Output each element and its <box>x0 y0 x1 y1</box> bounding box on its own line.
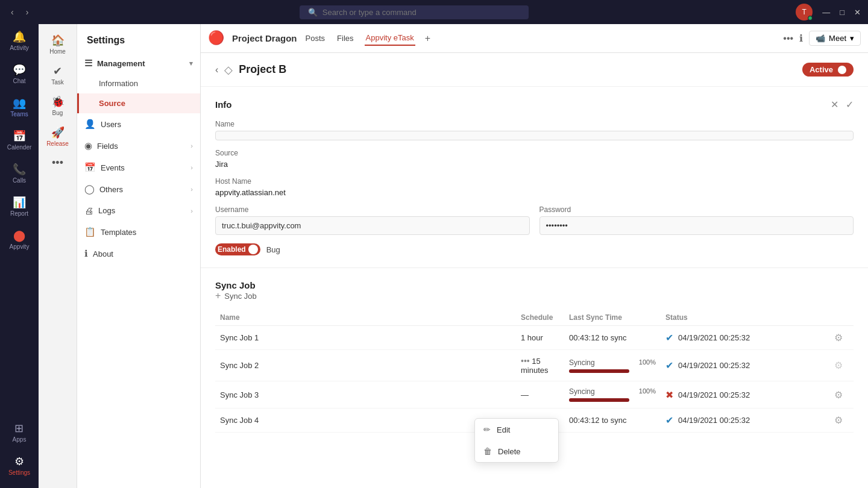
settings-logs[interactable]: 🖨 Logs › <box>77 200 200 221</box>
topbar-nav-appvity-etask[interactable]: Appvity eTask <box>365 31 415 46</box>
sync-job-status-3: ✖ 04/19/2021 00:25:32 <box>661 381 829 408</box>
app-sidebar: 🏠 Home ✔ Task 🐞 Bug 🚀 Release ••• <box>39 24 77 488</box>
status-pct-2: 100% <box>639 358 656 367</box>
sidebar-item-apps[interactable]: ⊞ Apps <box>8 416 30 449</box>
status-text-3: Syncing <box>569 387 595 396</box>
app-layout: 🔔 Activity 💬 Chat 👥 Teams 📅 Calender 📞 C… <box>0 24 868 488</box>
events-arrow: › <box>190 164 193 171</box>
sync-action-btn-3[interactable]: ⚙ <box>834 389 843 401</box>
settings-events[interactable]: 📅 Events › <box>77 157 200 178</box>
info-section: Info ✕ ✓ Name Source Jira Host Name <box>201 87 868 268</box>
app-sidebar-more[interactable]: ••• <box>39 152 77 174</box>
sidebar-item-calls[interactable]: 📞 Calls <box>0 157 39 190</box>
app-sidebar-home[interactable]: 🏠 Home <box>39 29 77 60</box>
col-header-name: Name <box>215 310 516 326</box>
sidebar-item-chat[interactable]: 💬 Chat <box>0 57 39 90</box>
sync-action-btn-4[interactable]: ⚙ <box>834 414 843 426</box>
minimize-button[interactable]: — <box>822 8 830 17</box>
sync-job-name-2: Sync Job 2 <box>215 350 516 381</box>
password-input[interactable]: •••••••• <box>539 216 854 235</box>
enabled-toggle[interactable]: Enabled <box>215 243 260 255</box>
settings-about[interactable]: ℹ About <box>77 243 200 264</box>
settings-icon: ⚙ <box>14 455 24 468</box>
username-input[interactable]: truc.t.bui@appvity.com <box>215 216 530 235</box>
status-pct-3: 100% <box>639 387 656 396</box>
sidebar-item-teams[interactable]: 👥 Teams <box>0 90 39 124</box>
project-back-button[interactable]: ‹ <box>215 64 218 75</box>
management-icon: ☰ <box>84 58 92 69</box>
settings-fields[interactable]: ◉ Fields › <box>77 135 200 157</box>
templates-icon: 📋 <box>84 227 96 237</box>
sidebar-item-activity[interactable]: 🔔 Activity <box>0 24 39 57</box>
sync-job-schedule-3: — <box>516 381 564 408</box>
settings-others[interactable]: ◯ Others › <box>77 178 200 200</box>
sync-date-2: 04/19/2021 00:25:32 <box>678 361 750 370</box>
app-sidebar-release[interactable]: 🚀 Release <box>39 121 77 152</box>
progress-fill-3 <box>569 398 629 402</box>
app-sidebar-task[interactable]: ✔ Task <box>39 60 77 90</box>
col-header-schedule: Schedule <box>516 310 564 326</box>
close-button[interactable]: ✕ <box>854 8 861 17</box>
edit-icon: ✏ <box>483 425 491 434</box>
nav-forward-button[interactable]: › <box>22 6 33 18</box>
info-button[interactable]: ℹ <box>799 33 803 44</box>
info-confirm-button[interactable]: ✓ <box>846 99 854 110</box>
settings-templates[interactable]: 📋 Templates <box>77 221 200 243</box>
context-menu-edit[interactable]: ✏ Edit <box>475 419 558 440</box>
settings-management-group[interactable]: ☰ Management ▾ <box>77 53 200 74</box>
maximize-button[interactable]: □ <box>840 8 844 17</box>
chat-icon: 💬 <box>13 63 26 77</box>
sync-job-status-1: ✔ 04/19/2021 00:25:32 <box>661 326 829 350</box>
sidebar-item-calendar[interactable]: 📅 Calender <box>0 124 39 157</box>
search-input[interactable] <box>322 8 503 17</box>
topbar-nav-posts[interactable]: Posts <box>304 31 327 45</box>
sync-date-1: 04/19/2021 00:25:32 <box>678 333 750 342</box>
more-icon: ••• <box>52 157 63 169</box>
sync-action-btn-1[interactable]: ⚙ <box>834 332 843 343</box>
form-row-credentials: Username truc.t.bui@appvity.com Password… <box>215 205 854 235</box>
sync-action-btn-2[interactable]: ⚙ <box>834 360 843 371</box>
row-menu-button-2[interactable]: ••• <box>521 356 530 366</box>
sync-date-3: 04/19/2021 00:25:32 <box>678 390 750 399</box>
logs-icon: 🖨 <box>84 205 93 216</box>
status-ok-icon-4: ✔ <box>665 414 673 426</box>
status-ok-icon-1: ✔ <box>665 332 673 343</box>
topbar-nav-files[interactable]: Files <box>336 31 354 45</box>
sync-table: Name Schedule Last Sync Time Status Sync… <box>215 310 854 433</box>
more-options-button[interactable]: ••• <box>783 33 793 44</box>
logs-label: Logs <box>98 206 115 215</box>
sync-job-status-2: ✔ 04/19/2021 00:25:32 <box>661 350 829 381</box>
table-row: Sync Job 2 ••• 15 minutes Syncing 100% <box>215 350 854 381</box>
name-input[interactable] <box>215 131 854 140</box>
settings-users[interactable]: 👤 Users <box>77 113 200 135</box>
activity-icon: 🔔 <box>13 30 26 43</box>
sidebar-label-activity: Activity <box>10 45 29 51</box>
home-icon: 🏠 <box>51 34 64 47</box>
nav-back-button[interactable]: ‹ <box>7 6 17 18</box>
section-header-info: Info ✕ ✓ <box>215 99 854 110</box>
sidebar-item-report[interactable]: 📊 Report <box>0 190 39 223</box>
settings-nav-source[interactable]: Source <box>77 93 200 113</box>
meet-button[interactable]: 📹 Meet ▾ <box>809 31 861 46</box>
sync-job-lastsync-3: Syncing 100% <box>564 381 661 408</box>
settings-nav-information[interactable]: Information <box>77 74 200 93</box>
titlebar-search[interactable]: 🔍 <box>300 5 529 19</box>
sync-job-lastsync-4: 00:43:12 to sync <box>564 408 661 433</box>
context-menu-delete[interactable]: 🗑 Delete <box>475 440 558 462</box>
info-section-title: Info <box>215 99 831 110</box>
app-sidebar-bug[interactable]: 🐞 Bug <box>39 90 77 121</box>
sync-add-row[interactable]: + Sync Job <box>215 290 854 301</box>
info-close-button[interactable]: ✕ <box>831 99 838 110</box>
edit-label: Edit <box>497 425 510 434</box>
apps-icon: ⊞ <box>14 422 24 435</box>
enabled-toggle-circle <box>248 245 258 254</box>
add-tab-button[interactable]: + <box>425 33 430 44</box>
sidebar-item-appvity[interactable]: ⬤ Appvity <box>0 223 39 256</box>
sync-job-name-3: Sync Job 3 <box>215 381 516 408</box>
enabled-for: Bug <box>266 245 280 254</box>
active-badge[interactable]: Active <box>802 63 854 77</box>
table-row: Sync Job 1 1 hour 00:43:12 to sync ✔ 04/… <box>215 326 854 350</box>
sidebar-item-settings-icon[interactable]: ⚙ Settings <box>8 449 30 482</box>
form-col-username: Username truc.t.bui@appvity.com <box>215 205 530 235</box>
search-icon: 🔍 <box>308 8 318 17</box>
